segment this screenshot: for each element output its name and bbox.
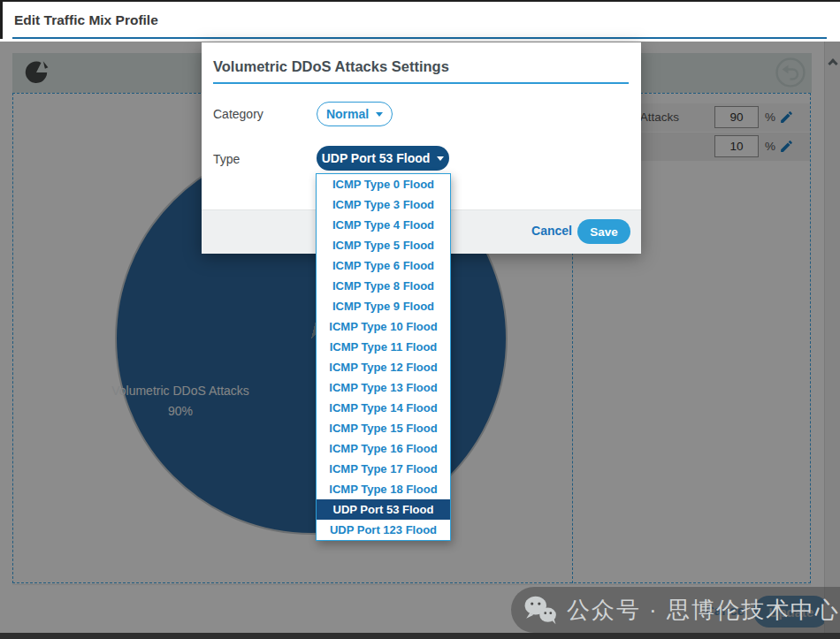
modal-title: Volumetric DDoS Attacks Settings [213, 58, 449, 75]
wechat-icon [523, 592, 558, 628]
dropdown-option[interactable]: ICMP Type 16 Flood [317, 438, 450, 459]
dropdown-option[interactable]: ICMP Type 4 Flood [317, 215, 450, 235]
dropdown-option[interactable]: ICMP Type 13 Flood [317, 377, 450, 398]
category-value: Normal [326, 107, 369, 121]
dropdown-option[interactable]: UDP Port 53 Flood [317, 499, 450, 520]
dropdown-option[interactable]: ICMP Type 14 Flood [317, 398, 450, 418]
type-dropdown[interactable]: ICMP Type 0 FloodICMP Type 3 FloodICMP T… [316, 173, 451, 541]
dropdown-option[interactable]: ICMP Type 0 Flood [317, 174, 450, 194]
dropdown-option[interactable]: ICMP Type 8 Flood [317, 276, 450, 296]
dropdown-option[interactable]: ICMP Type 3 Flood [317, 194, 450, 215]
dropdown-option[interactable]: ICMP Type 18 Flood [317, 479, 450, 499]
category-select[interactable]: Normal [317, 102, 393, 126]
modal-title-divider [213, 82, 629, 84]
dropdown-option[interactable]: ICMP Type 5 Flood [317, 235, 450, 255]
dropdown-option[interactable]: ICMP Type 10 Flood [317, 316, 450, 337]
dropdown-option[interactable]: ICMP Type 15 Flood [317, 418, 450, 438]
dropdown-option[interactable]: ICMP Type 11 Flood [317, 337, 450, 357]
type-select[interactable]: UDP Port 53 Flood [317, 146, 449, 171]
modal-save-button[interactable]: Save [577, 219, 630, 244]
watermark-text: 公众号 · 思博伦技术中心 [567, 595, 840, 626]
chevron-down-icon [437, 156, 444, 161]
chevron-down-icon [376, 112, 383, 117]
modal-cancel-button[interactable]: Cancel [531, 224, 572, 238]
category-label: Category [213, 107, 263, 121]
app-window: Edit Traffic Mix Profile Volumetric DDoS… [0, 0, 840, 639]
dropdown-option[interactable]: ICMP Type 9 Flood [317, 296, 450, 316]
dropdown-option[interactable]: ICMP Type 17 Flood [317, 459, 450, 479]
type-value: UDP Port 53 Flood [322, 151, 431, 165]
watermark: 公众号 · 思博伦技术中心 [511, 587, 840, 633]
dropdown-option[interactable]: ICMP Type 6 Flood [317, 255, 450, 276]
dropdown-option[interactable]: UDP Port 123 Flood [317, 520, 450, 540]
title-divider [12, 37, 827, 39]
dropdown-option[interactable]: ICMP Type 12 Flood [317, 357, 450, 377]
window-top-edge [0, 0, 840, 2]
type-label: Type [213, 152, 240, 166]
page-title: Edit Traffic Mix Profile [14, 12, 158, 28]
window-left-edge [0, 0, 3, 39]
